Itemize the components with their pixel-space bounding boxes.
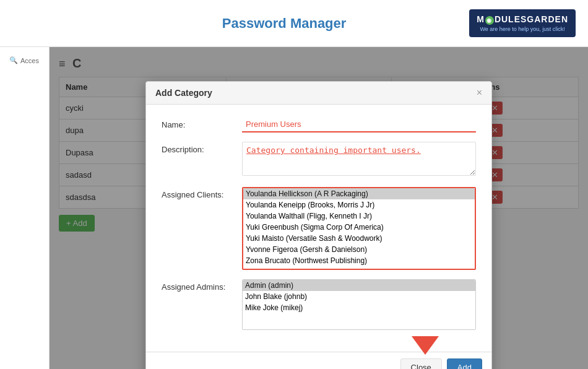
description-row: Description: Category containing importa…	[162, 142, 476, 178]
modules-garden-logo: M◉DULESGARDEN We are here to help you, j…	[469, 9, 576, 37]
client-option[interactable]: Yuki Greenbush (Sigma Corp Of America)	[243, 222, 475, 233]
add-modal-button[interactable]: Add	[447, 358, 482, 369]
client-option[interactable]: Zona Klusman (Branford Wire & Mfg Co)	[243, 266, 475, 269]
modal-title: Add Category	[155, 88, 212, 98]
description-input[interactable]: Category containing important users.	[242, 142, 476, 176]
client-option[interactable]: Youlanda Hellickson (A R Packaging)	[243, 188, 475, 199]
client-option[interactable]: Zona Brucato (Northwest Publishing)	[243, 255, 475, 266]
arrow-down-icon	[412, 336, 439, 355]
logo-circle: ◉	[485, 16, 494, 25]
client-option[interactable]: Yvonne Figeroa (Gersh & Danielson)	[243, 244, 475, 255]
clients-select[interactable]: Youlanda Hellickson (A R Packaging)Youla…	[243, 188, 475, 269]
name-control	[242, 117, 476, 132]
add-category-modal: Add Category × Name:	[145, 81, 492, 369]
clients-label: Assigned Clients:	[162, 187, 242, 199]
logo-subtitle: We are here to help you, just click!	[477, 26, 568, 32]
modal-close-button[interactable]: ×	[477, 88, 482, 98]
modal-footer: Close Add	[146, 352, 491, 369]
main-content: ≡ C Name Admins Actions cycki 0 ✏ ✕	[50, 47, 588, 369]
admins-select[interactable]: Admin (admin)John Blake (johnb)Mike Joke…	[243, 280, 475, 329]
sidebar: 🔍 Acces	[0, 47, 50, 369]
arrow-indicator	[412, 336, 439, 355]
admin-option[interactable]: John Blake (johnb)	[243, 291, 475, 302]
clients-row: Assigned Clients: Youlanda Hellickson (A…	[162, 187, 476, 270]
name-input[interactable]	[242, 117, 476, 132]
admins-label: Assigned Admins:	[162, 279, 242, 292]
admin-option[interactable]: Mike Joke (mikej)	[243, 302, 475, 313]
client-option[interactable]: Youlanda Walthall (Fligg, Kenneth I Jr)	[243, 211, 475, 222]
close-modal-button[interactable]: Close	[400, 358, 442, 369]
modal-body: Name: Description: Category containing i…	[146, 105, 491, 352]
description-control: Category containing important users.	[242, 142, 476, 178]
admin-option[interactable]: Admin (admin)	[243, 280, 475, 291]
description-label: Description:	[162, 142, 242, 154]
clients-list-container: Youlanda Hellickson (A R Packaging)Youla…	[242, 187, 476, 270]
search-icon: 🔍	[9, 56, 18, 64]
modal-overlay: Add Category × Name:	[50, 47, 588, 369]
admins-list-container: Admin (admin)John Blake (johnb)Mike Joke…	[242, 279, 476, 330]
page-header: Password Manager M◉DULESGARDEN We are he…	[0, 0, 588, 47]
admins-row: Assigned Admins: Admin (admin)John Blake…	[162, 279, 476, 330]
modal-header: Add Category ×	[146, 82, 491, 105]
sidebar-item-access[interactable]: 🔍 Acces	[6, 53, 43, 67]
content-area: 🔍 Acces ≡ C Name Admins Actions	[0, 47, 588, 369]
client-option[interactable]: Yuki Maisto (Versatile Sash & Woodwork)	[243, 233, 475, 244]
page-title: Password Manager	[99, 15, 469, 32]
sidebar-item-label: Acces	[20, 57, 39, 64]
client-option[interactable]: Youlanda Keneipp (Brooks, Morris J Jr)	[243, 199, 475, 211]
page-background: Password Manager M◉DULESGARDEN We are he…	[0, 0, 588, 369]
name-row: Name:	[162, 117, 476, 132]
logo-title: M◉DULESGARDEN	[477, 14, 568, 25]
name-label: Name:	[162, 117, 242, 129]
